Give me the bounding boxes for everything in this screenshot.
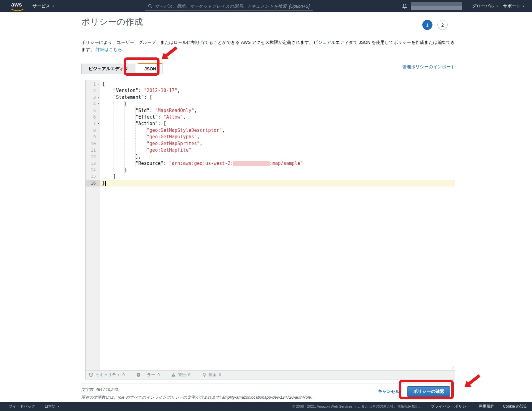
code-line-content[interactable]: "Effect": "Allow", <box>100 114 455 120</box>
annotation-arrow-review-button <box>462 372 482 391</box>
tab-visual-editor[interactable]: ビジュアルエディタ <box>81 64 135 74</box>
region-menu[interactable]: グローバル ▼ <box>472 0 498 12</box>
code-line-content[interactable]: "Action": [ <box>100 120 455 127</box>
line-number: 3▾ <box>86 94 100 101</box>
code-line-1[interactable]: 1▾{ <box>86 81 455 87</box>
code-line-4[interactable]: 4▾ { <box>86 101 455 107</box>
status-error: エラー: 0 <box>136 372 160 378</box>
code-line-12[interactable]: 12 ], <box>86 153 455 160</box>
line-number: 4▾ <box>86 101 100 107</box>
code-line-5[interactable]: 5 "Sid": "MapsReadOnly", <box>86 107 455 114</box>
aws-logo-text: aws <box>11 2 25 7</box>
review-policy-button[interactable]: ポリシーの確認 <box>407 386 450 397</box>
line-number: 13 <box>86 160 100 167</box>
line-number: 12 <box>86 153 100 160</box>
status-shield: セキュリティ: 0 <box>89 372 125 378</box>
feedback-button[interactable]: フィードバック <box>9 404 35 409</box>
status-label: セキュリティ: 0 <box>96 372 125 378</box>
tab-bar: ビジュアルエディタJSON <box>81 63 455 74</box>
code-line-content[interactable]: "geo:GetMapTile" <box>100 147 455 153</box>
status-label: 提案: 0 <box>209 372 221 378</box>
line-number: 8 <box>86 127 100 134</box>
code-lines: 1▾{2 "Version": "2012-10-17",3▾ "Stateme… <box>86 81 455 187</box>
footer-link-0[interactable]: プライバシーポリシー <box>431 404 470 409</box>
aws-logo[interactable]: aws <box>11 2 25 10</box>
text-cursor <box>105 181 106 186</box>
code-line-content[interactable]: "Statement": [ <box>100 94 455 101</box>
code-line-content[interactable]: } <box>100 167 455 173</box>
code-line-content[interactable]: ] <box>100 173 455 180</box>
code-line-7[interactable]: 7▾ "Action": [ <box>86 120 455 127</box>
bulb-icon <box>202 373 206 377</box>
step-indicator: 12 <box>422 20 448 30</box>
code-line-content[interactable]: { <box>100 81 455 87</box>
line-number: 15 <box>86 173 100 180</box>
step-1: 1 <box>422 20 432 30</box>
code-line-8[interactable]: 8 "geo:GetMapStyleDescriptor", <box>86 127 455 134</box>
code-line-10[interactable]: 10 "geo:GetMapSprites", <box>86 140 455 147</box>
warning-icon <box>171 373 176 377</box>
line-number: 9 <box>86 134 100 140</box>
line-number: 5 <box>86 107 100 114</box>
code-line-content[interactable]: "Sid": "MapsReadOnly", <box>100 107 455 114</box>
footer-link-1[interactable]: 利用規約 <box>479 404 494 409</box>
code-line-14[interactable]: 14 } <box>86 167 455 173</box>
code-line-15[interactable]: 15 ] <box>86 173 455 180</box>
site-footer: フィードバック 日本語 ▼ © 2008 - 2021, Amazon Web … <box>0 402 532 411</box>
redacted-account-id <box>233 161 269 166</box>
search-input[interactable] <box>155 4 310 9</box>
code-fold-icon[interactable]: ▾ <box>98 101 100 107</box>
support-menu[interactable]: サポート ▼ <box>503 0 525 12</box>
code-line-6[interactable]: 6 "Effect": "Allow", <box>86 114 455 120</box>
support-menu-label: サポート <box>503 3 521 9</box>
language-selector[interactable]: 日本語 ▼ <box>45 404 60 409</box>
services-menu-label: サービス <box>32 3 50 9</box>
search-icon <box>148 4 152 8</box>
global-search[interactable] <box>145 2 313 10</box>
code-line-content[interactable]: "Resource": "arn:aws:geo:us-west-2::map/… <box>100 160 455 167</box>
code-line-content[interactable]: ], <box>100 153 455 160</box>
editor-resize-handle[interactable] <box>449 365 454 369</box>
page-title: ポリシーの作成 <box>81 16 143 28</box>
status-label: 警告: 0 <box>178 372 190 378</box>
footer-link-2[interactable]: Cookie の設定 <box>503 404 528 409</box>
code-fold-icon[interactable]: ▾ <box>98 81 100 87</box>
tab-json[interactable]: JSON <box>138 63 163 74</box>
services-menu[interactable]: サービス ▼ <box>32 0 54 12</box>
chevron-down-icon: ▼ <box>57 405 60 408</box>
code-line-9[interactable]: 9 "geo:GetMapGlyphs", <box>86 134 455 140</box>
code-line-content[interactable]: } <box>100 180 455 187</box>
line-number: 6 <box>86 114 100 120</box>
line-number: 7▾ <box>86 120 100 127</box>
character-count: 文字数: 464 / 10,240。 <box>81 387 122 392</box>
error-icon <box>136 373 141 377</box>
line-number: 11 <box>86 147 100 153</box>
account-name-redacted[interactable] <box>411 2 462 10</box>
line-number: 10 <box>86 140 100 147</box>
code-line-11[interactable]: 11 "geo:GetMapTile" <box>86 147 455 153</box>
code-line-content[interactable]: { <box>100 101 455 107</box>
code-line-content[interactable]: "geo:GetMapStyleDescriptor", <box>100 127 455 134</box>
status-warning: 警告: 0 <box>171 372 190 378</box>
code-line-16[interactable]: 16} <box>86 180 455 187</box>
editor-status-bar: セキュリティ: 0エラー: 0警告: 0提案: 0 <box>86 370 455 379</box>
code-line-content[interactable]: "geo:GetMapGlyphs", <box>100 134 455 140</box>
code-area[interactable]: 1▾{2 "Version": "2012-10-17",3▾ "Stateme… <box>86 80 455 370</box>
top-navigation-bar: aws サービス ▼ グローバル ▼ <box>0 0 532 12</box>
code-line-content[interactable]: "Version": "2012-10-17", <box>100 87 455 94</box>
learn-more-link[interactable]: 詳細はこちら <box>96 47 122 52</box>
code-fold-icon[interactable]: ▾ <box>98 94 100 101</box>
code-line-13[interactable]: 13 "Resource": "arn:aws:geo:us-west-2::m… <box>86 160 455 167</box>
code-line-content[interactable]: "geo:GetMapSprites", <box>100 140 455 147</box>
code-fold-icon[interactable]: ▾ <box>98 120 100 127</box>
copyright-text: © 2008 - 2021, Amazon Web Services, Inc.… <box>292 404 422 409</box>
chevron-down-icon: ▼ <box>522 5 525 8</box>
cancel-button[interactable]: キャンセル <box>378 389 400 394</box>
notifications-bell-icon[interactable] <box>402 3 407 9</box>
code-line-3[interactable]: 3▾ "Statement": [ <box>86 94 455 101</box>
code-line-2[interactable]: 2 "Version": "2012-10-17", <box>86 87 455 94</box>
line-number: 14 <box>86 167 100 173</box>
status-bulb: 提案: 0 <box>202 372 221 378</box>
status-label: エラー: 0 <box>143 372 160 378</box>
aws-smile-icon <box>11 9 24 12</box>
